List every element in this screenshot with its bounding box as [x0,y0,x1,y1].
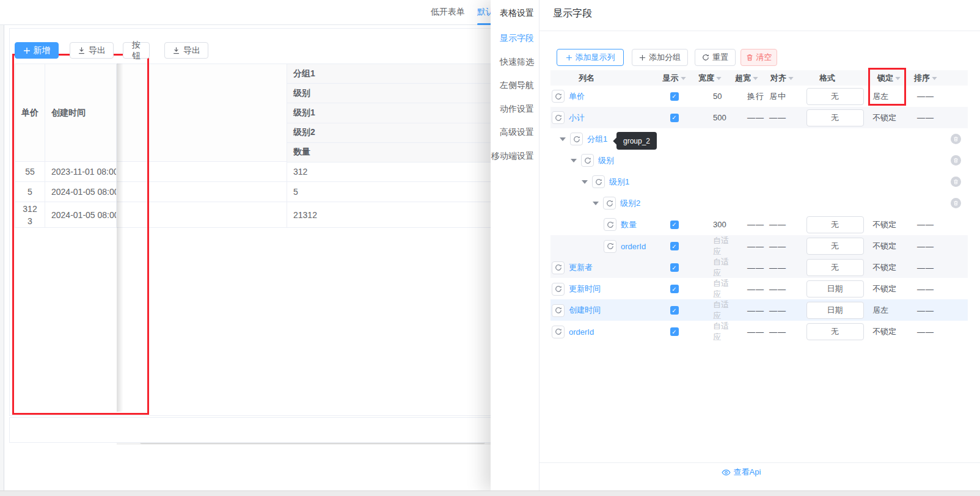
sidebar-item-1[interactable]: 显示字段 [500,33,534,44]
show-checkbox[interactable]: ✓ [670,114,679,122]
refresh-field-button[interactable] [552,90,565,103]
format-select-button[interactable]: 无 [806,216,864,233]
sort-value[interactable]: —— [908,220,943,229]
show-checkbox[interactable]: ✓ [670,242,679,250]
field-name-link[interactable]: orderId [569,327,594,337]
align-value[interactable]: —— [764,263,800,272]
field-name-link[interactable]: 数量 [621,219,637,230]
chevron-down-icon[interactable] [788,77,794,80]
refresh-field-button[interactable] [552,326,565,338]
field-name-link[interactable]: 级别 [598,155,614,166]
align-value[interactable]: —— [764,306,800,315]
overwide-value[interactable]: —— [729,113,764,122]
width-value[interactable]: 自适应 [691,321,729,343]
show-checkbox[interactable]: ✓ [670,263,679,272]
format-select-button[interactable]: 无 [806,109,864,126]
config-column-header-3[interactable]: 宽度 [691,73,729,84]
align-value[interactable]: —— [764,327,800,337]
format-select-button[interactable]: 无 [806,323,864,340]
lock-value[interactable]: 不锁定 [870,283,908,294]
delete-group-button[interactable] [951,134,961,144]
sort-value[interactable]: —— [908,113,943,122]
field-name-link[interactable]: 创建时间 [569,305,601,316]
width-value[interactable]: 自适应 [691,257,729,279]
add-button[interactable]: 新增 [15,42,59,59]
field-name-link[interactable]: 更新者 [569,262,593,273]
expand-caret-icon[interactable] [571,159,577,162]
refresh-field-button[interactable] [552,304,565,317]
config-column-header-4[interactable]: 超宽 [729,73,764,84]
refresh-field-button[interactable] [570,133,583,145]
expand-caret-icon[interactable] [593,202,599,205]
chevron-down-icon[interactable] [753,77,758,80]
format-select-button[interactable]: 无 [806,88,864,105]
format-select-button[interactable]: 无 [806,238,864,255]
lock-value[interactable]: 居左 [870,305,908,316]
generic-button[interactable]: 按钮 [123,42,150,59]
overwide-value[interactable]: 换行 [729,91,764,102]
width-value[interactable]: 自适应 [691,278,729,300]
align-value[interactable]: —— [764,285,800,294]
clear-button[interactable]: 清空 [740,49,777,66]
delete-group-button[interactable] [951,177,961,187]
config-column-header-7[interactable]: 锁定 [870,73,908,84]
lock-value[interactable]: 不锁定 [870,112,908,123]
lock-value[interactable]: 不锁定 [870,262,908,273]
chevron-down-icon[interactable] [716,77,722,80]
lock-value[interactable]: 不锁定 [870,326,908,337]
format-select-button[interactable]: 无 [806,259,864,276]
field-name-link[interactable]: 小计 [569,112,585,123]
view-api-link[interactable]: 查看Api [539,467,943,478]
field-name-link[interactable]: 更新时间 [569,283,601,294]
config-column-header-2[interactable]: 显示 [657,73,691,84]
overwide-value[interactable]: —— [729,220,764,229]
sidebar-item-3[interactable]: 左侧导航 [500,80,534,91]
field-name-link[interactable]: orderId [621,242,646,251]
expand-caret-icon[interactable] [560,137,566,141]
lock-value[interactable]: 不锁定 [870,219,908,230]
refresh-field-button[interactable] [604,240,616,253]
sidebar-item-6[interactable]: 移动端设置 [491,151,534,162]
refresh-field-button[interactable] [604,218,616,231]
lock-value[interactable]: 不锁定 [870,241,908,252]
export-button-2[interactable]: 导出 [164,42,208,59]
align-value[interactable]: 居中 [764,91,800,102]
export-button-1[interactable]: 导出 [70,42,114,59]
lock-value[interactable]: 居左 [870,91,908,102]
sidebar-item-2[interactable]: 快速筛选 [500,57,534,68]
width-value[interactable]: 自适应 [691,299,729,321]
show-checkbox[interactable]: ✓ [670,221,679,229]
width-value[interactable]: 500 [691,113,729,122]
delete-group-button[interactable] [951,198,961,208]
sort-value[interactable]: —— [908,327,943,337]
align-value[interactable]: —— [764,242,800,251]
width-value[interactable]: 300 [691,220,729,229]
refresh-field-button[interactable] [552,283,565,296]
width-value[interactable]: 50 [691,92,729,101]
sidebar-item-5[interactable]: 高级设置 [500,127,534,138]
field-name-link[interactable]: 级别1 [609,177,629,188]
sort-value[interactable]: —— [908,242,943,251]
refresh-field-button[interactable] [552,261,565,274]
field-name-link[interactable]: 分组1 [587,134,607,145]
chevron-down-icon[interactable] [932,77,937,80]
overwide-value[interactable]: —— [729,285,764,294]
overwide-value[interactable]: —— [729,306,764,315]
tab-low-open-form[interactable]: 低开表单 [431,7,465,18]
sidebar-item-4[interactable]: 动作设置 [500,104,534,115]
format-select-button[interactable]: 日期 [806,302,864,319]
show-checkbox[interactable]: ✓ [670,92,679,101]
show-checkbox[interactable]: ✓ [670,306,679,315]
show-checkbox[interactable]: ✓ [670,285,679,293]
config-column-header-8[interactable]: 排序 [908,73,943,84]
refresh-field-button[interactable] [581,154,594,167]
sort-value[interactable]: —— [908,285,943,294]
field-name-link[interactable]: 单价 [569,91,585,102]
sort-value[interactable]: —— [908,306,943,315]
align-value[interactable]: —— [764,220,800,229]
delete-group-button[interactable] [951,155,961,166]
expand-caret-icon[interactable] [582,180,588,184]
overwide-value[interactable]: —— [729,242,764,251]
sort-value[interactable]: —— [908,92,943,101]
refresh-field-button[interactable] [552,111,565,124]
